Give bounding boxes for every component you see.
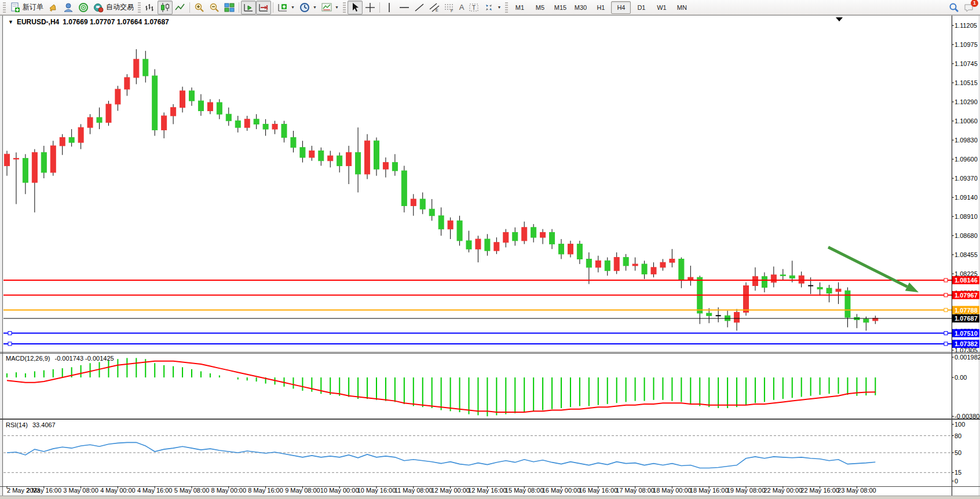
arrows-dropdown-caret[interactable]: ▼ bbox=[497, 5, 501, 9]
periods-button[interactable]: ▼ bbox=[297, 1, 319, 14]
market-watch-button[interactable] bbox=[46, 1, 61, 14]
line-handle[interactable] bbox=[944, 293, 948, 297]
candle bbox=[50, 141, 56, 175]
time-axis-label: 2 May 16:00 bbox=[27, 487, 62, 494]
line-handle[interactable] bbox=[8, 342, 12, 346]
y-axis-label: 1.10745 bbox=[955, 60, 978, 67]
price-chart-canvas[interactable]: 1.112051.109751.107451.105151.102901.100… bbox=[0, 0, 980, 499]
timeframe-h4[interactable]: H4 bbox=[611, 1, 631, 14]
templates-button[interactable]: ▼ bbox=[319, 1, 341, 14]
chart-title: ▼ EURUSD-,H4 1.07669 1.07707 1.07664 1.0… bbox=[8, 18, 169, 26]
time-axis-label: 10 May 00:00 bbox=[320, 487, 359, 494]
svg-text:F: F bbox=[451, 9, 453, 13]
toolbar-gripper[interactable] bbox=[3, 2, 6, 13]
toolbar-gripper[interactable] bbox=[138, 2, 141, 13]
line-handle[interactable] bbox=[944, 309, 948, 312]
line-handle[interactable] bbox=[944, 278, 948, 282]
auto-trading-icon bbox=[93, 2, 104, 13]
y-axis-label: 1.09600 bbox=[955, 156, 978, 163]
templates-dropdown-caret[interactable]: ▼ bbox=[335, 5, 339, 9]
time-axis-label: 8 May 16:00 bbox=[248, 487, 283, 494]
channel-icon: E bbox=[429, 2, 440, 13]
trendline-icon bbox=[414, 2, 425, 13]
notification-badge: 1 bbox=[971, 0, 978, 7]
timeframe-mn[interactable]: MN bbox=[672, 1, 692, 14]
rsi-axis-label: 0 bbox=[955, 478, 958, 485]
timeframe-m1[interactable]: M1 bbox=[510, 1, 529, 14]
price-line-label-text: 1.07382 bbox=[955, 340, 978, 347]
timeframe-m15[interactable]: M15 bbox=[550, 1, 570, 14]
line-handle[interactable] bbox=[8, 332, 12, 335]
bar-chart-button[interactable] bbox=[142, 1, 158, 14]
auto-scroll-button[interactable] bbox=[241, 1, 256, 14]
zoom-in-button[interactable] bbox=[192, 1, 207, 14]
rsi-value: 33.4067 bbox=[32, 421, 56, 428]
cursor-tool-button[interactable] bbox=[348, 1, 363, 14]
collapse-chart-icon[interactable]: ▼ bbox=[8, 19, 13, 25]
toolbar-gripper[interactable] bbox=[505, 2, 508, 13]
clock-icon bbox=[299, 2, 310, 13]
arrows-tool-button[interactable]: ▼ bbox=[481, 1, 503, 14]
zoom-in-icon bbox=[194, 2, 204, 13]
y-axis-label: 1.09370 bbox=[955, 175, 978, 182]
macd-axis-label: 0.00 bbox=[955, 374, 967, 381]
vertical-line-tool-button[interactable] bbox=[382, 1, 397, 14]
tile-windows-button[interactable] bbox=[222, 1, 237, 14]
line-handle[interactable] bbox=[944, 342, 948, 346]
fibonacci-tool-button[interactable]: F bbox=[442, 1, 457, 14]
rsi-indicator-label: RSI(14) 33.4067 bbox=[6, 421, 56, 428]
timeframe-d1[interactable]: D1 bbox=[631, 1, 651, 14]
cursor-icon bbox=[350, 2, 360, 13]
signals-icon bbox=[78, 2, 89, 13]
periods-dropdown-caret[interactable]: ▼ bbox=[313, 5, 317, 9]
time-axis-label: 23 May 08:00 bbox=[838, 487, 876, 494]
crosshair-tool-button[interactable] bbox=[363, 1, 378, 14]
new-order-button[interactable]: 新订单 bbox=[8, 1, 46, 14]
rsi-axis-label: 50 bbox=[955, 449, 961, 456]
horizontal-line-tool-button[interactable] bbox=[397, 1, 412, 14]
horizontal-line-icon bbox=[399, 2, 409, 13]
line-chart-button[interactable] bbox=[173, 1, 188, 14]
candle bbox=[106, 101, 111, 126]
zoom-out-button[interactable] bbox=[207, 1, 222, 14]
timeframe-h1[interactable]: H1 bbox=[591, 1, 610, 14]
indicators-dropdown-caret[interactable]: ▼ bbox=[291, 5, 295, 9]
timeframe-m5[interactable]: M5 bbox=[530, 1, 550, 14]
arrows-icon bbox=[484, 2, 494, 13]
signals-button[interactable] bbox=[76, 1, 91, 14]
candle bbox=[401, 166, 407, 212]
y-axis-label: 1.10515 bbox=[955, 79, 978, 86]
y-axis-label: 1.08680 bbox=[955, 232, 978, 239]
auto-trading-button[interactable]: 自动交易 bbox=[91, 1, 136, 14]
text-tool-button[interactable]: A bbox=[457, 1, 467, 14]
indicators-button[interactable]: ▼ bbox=[275, 1, 297, 14]
chart-shift-button[interactable] bbox=[256, 1, 271, 14]
time-axis-label: 16 May 00:00 bbox=[542, 487, 581, 494]
search-icon[interactable] bbox=[949, 2, 959, 13]
new-order-icon bbox=[10, 2, 20, 13]
candlestick-chart-button[interactable] bbox=[158, 1, 173, 14]
line-handle[interactable] bbox=[944, 332, 948, 335]
text-label-tool-button[interactable]: T bbox=[466, 1, 481, 14]
candle bbox=[152, 69, 158, 136]
trendline-tool-button[interactable] bbox=[412, 1, 427, 14]
price-line-label-text: 1.07788 bbox=[955, 307, 978, 314]
y-axis-label: 1.09830 bbox=[955, 137, 978, 144]
toolbar-gripper[interactable] bbox=[343, 2, 346, 13]
bar-chart-icon bbox=[145, 2, 155, 13]
time-axis-label: 18 May 00:00 bbox=[653, 487, 692, 494]
macd-indicator-label: MACD(12,26,9) -0.001743 -0.001425 bbox=[6, 355, 114, 362]
y-axis-label: 1.09140 bbox=[955, 194, 978, 201]
tile-windows-icon bbox=[224, 2, 235, 13]
community-button[interactable] bbox=[61, 1, 76, 14]
chart-shift-icon bbox=[258, 2, 269, 13]
chart-symbol-period: EURUSD-,H4 bbox=[17, 18, 59, 26]
timeframe-w1[interactable]: W1 bbox=[652, 1, 671, 14]
price-line-label-text: 1.07510 bbox=[955, 330, 978, 337]
channel-tool-button[interactable]: E bbox=[427, 1, 442, 14]
timeframe-m30[interactable]: M30 bbox=[571, 1, 590, 14]
y-axis-label: 1.08910 bbox=[955, 213, 978, 220]
notifications-button[interactable]: 1 bbox=[964, 2, 974, 13]
time-axis-label: 10 May 16:00 bbox=[357, 487, 396, 494]
time-axis-label: 12 May 00:00 bbox=[431, 487, 470, 494]
